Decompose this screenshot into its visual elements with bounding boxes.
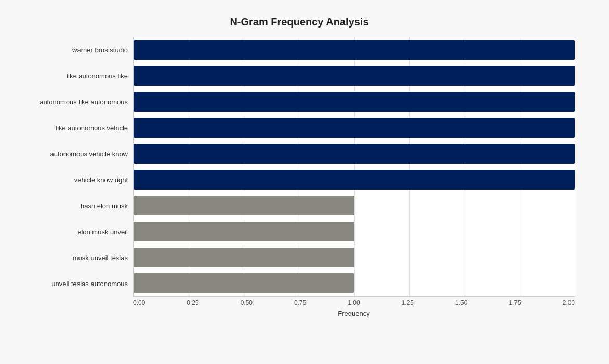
x-tick-row: 0.000.250.500.751.001.251.501.752.00 — [133, 297, 575, 307]
x-tick: 1.75 — [509, 299, 521, 306]
x-tick: 1.25 — [402, 299, 414, 306]
chart-title: N-Gram Frequency Analysis — [24, 16, 575, 28]
y-axis-label: like autonomous vehicle — [24, 124, 128, 132]
bar — [134, 273, 354, 293]
x-tick: 0.50 — [241, 299, 253, 306]
y-axis-label: like autonomous like — [24, 72, 128, 80]
y-axis-label: autonomous like autonomous — [24, 98, 128, 106]
bar-row — [134, 220, 575, 244]
y-axis-label: autonomous vehicle know — [24, 150, 128, 158]
bar — [134, 222, 354, 241]
bar — [134, 66, 575, 86]
y-axis-label: elon musk unveil — [24, 228, 128, 236]
x-axis-section: 0.000.250.500.751.001.251.501.752.00 Fre… — [133, 297, 575, 317]
x-tick: 1.50 — [455, 299, 467, 306]
bar-row — [134, 64, 575, 88]
bar — [134, 92, 575, 112]
bar-row — [134, 168, 575, 192]
bar — [134, 170, 575, 190]
x-tick: 1.00 — [348, 299, 360, 306]
bar-row — [134, 38, 575, 62]
bar-row — [134, 142, 575, 166]
bar — [134, 144, 575, 164]
bar-row — [134, 271, 575, 295]
x-tick: 2.00 — [563, 299, 575, 306]
x-tick: 0.00 — [133, 299, 145, 306]
plot-area — [133, 37, 575, 297]
x-axis-label: Frequency — [133, 309, 575, 317]
grid-line — [575, 37, 575, 296]
bar-row — [134, 90, 575, 114]
bar — [134, 196, 354, 215]
x-tick: 0.25 — [187, 299, 198, 306]
y-axis-label: warner bros studio — [24, 46, 128, 55]
y-axis-label: unveil teslas autonomous — [24, 280, 128, 288]
y-axis-label: musk unveil teslas — [24, 254, 128, 262]
y-axis: warner bros studiolike autonomous likeau… — [24, 37, 133, 297]
x-tick: 0.75 — [294, 299, 306, 306]
y-axis-label: vehicle know right — [24, 176, 128, 184]
bar-row — [134, 194, 575, 218]
bar — [134, 118, 575, 138]
bar-row — [134, 246, 575, 269]
y-axis-label: hash elon musk — [24, 202, 128, 210]
bar — [134, 248, 354, 267]
chart-container: N-Gram Frequency Analysis warner bros st… — [19, 6, 590, 359]
bar — [134, 40, 575, 60]
bar-row — [134, 116, 575, 140]
